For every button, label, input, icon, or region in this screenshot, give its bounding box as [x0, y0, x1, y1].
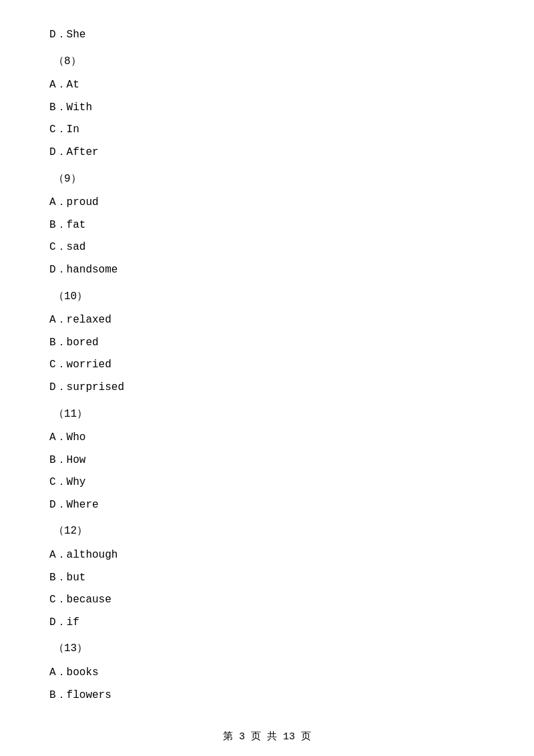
question-number: （12） [47, 523, 487, 540]
option-item: B．fat [47, 217, 487, 234]
option-item: C．because [47, 592, 487, 609]
option-item: D．handsome [47, 262, 487, 279]
option-item: A．books [47, 665, 487, 682]
question-number: （10） [47, 289, 487, 306]
option-item: A．Who [47, 429, 487, 447]
question-number: （11） [47, 406, 487, 423]
option-item: A．At [47, 77, 487, 94]
option-item: D．Where [47, 497, 487, 514]
option-item: C．worried [47, 357, 487, 374]
option-item: B．bored [47, 335, 487, 352]
option-item: B．With [47, 100, 487, 117]
main-content: D．She（8）A．AtB．WithC．InD．After（9）A．proudB… [0, 0, 534, 749]
option-item: C．sad [47, 239, 487, 256]
question-number: （9） [47, 171, 487, 188]
option-item: B．flowers [47, 687, 487, 705]
option-item: D．if [47, 614, 487, 632]
footer-text: 第 3 页 共 13 页 [223, 731, 311, 743]
option-item: D．surprised [47, 379, 487, 397]
option-item: D．After [47, 144, 487, 162]
option-item: A．although [47, 547, 487, 564]
option-item: B．but [47, 570, 487, 587]
option-item: B．How [47, 452, 487, 469]
question-number: （8） [47, 53, 487, 71]
option-item: D．She [47, 27, 487, 44]
option-item: A．relaxed [47, 312, 487, 329]
option-item: C．Why [47, 474, 487, 492]
page-footer: 第 3 页 共 13 页 [0, 730, 534, 743]
option-item: C．In [47, 122, 487, 139]
question-number: （13） [47, 640, 487, 658]
option-item: A．proud [47, 194, 487, 212]
